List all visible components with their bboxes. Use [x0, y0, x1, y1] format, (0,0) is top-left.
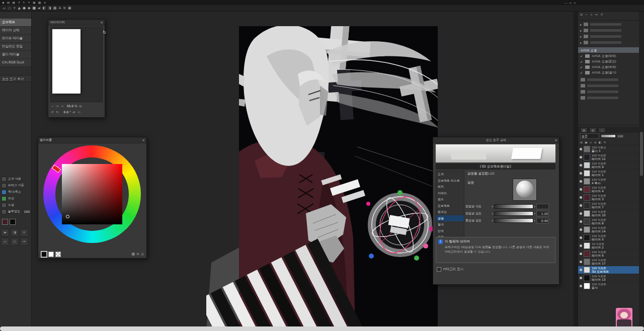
tool-property-row[interactable]: 조작 내용	[0, 176, 31, 182]
sub-tool-row[interactable]: ✓ 사이즈 조정(작게)	[578, 53, 639, 59]
app-logo-icon[interactable]: ◆	[2, 0, 5, 5]
save-icon[interactable]: ▦	[12, 0, 15, 5]
category-item[interactable]: 렌즈	[436, 196, 464, 203]
layer-property-tab-icon[interactable]: ▥	[589, 127, 597, 133]
visibility-eye-icon[interactable]	[580, 188, 582, 191]
transparent-swatch[interactable]	[55, 252, 61, 257]
layer-row[interactable]: 100 %표준 레이어 4	[578, 186, 639, 194]
color-set-icon[interactable]: ▩	[131, 252, 135, 256]
nav-flip-icon[interactable]: ↔	[595, 13, 598, 16]
category-item[interactable]: 광원	[436, 215, 464, 222]
shape-mini-icon[interactable]: ◇	[11, 238, 19, 245]
rotate-right-icon[interactable]: ↻	[55, 110, 59, 114]
category-item[interactable]: 알파	[436, 221, 464, 228]
eraser-tool-icon[interactable]: ▰	[38, 5, 40, 11]
category-item[interactable]: 오브젝트	[436, 203, 464, 209]
visibility-eye-icon[interactable]	[580, 148, 582, 150]
scrollbar-thumb[interactable]	[640, 132, 643, 176]
visibility-eye-icon[interactable]	[580, 269, 582, 271]
close-canvas-icon[interactable]: ×	[574, 1, 576, 5]
sub-tool-button[interactable]: 레이어 선택	[0, 27, 31, 35]
layer-row[interactable]: 100 %표준 레이어 13	[578, 274, 639, 282]
visibility-eye-icon[interactable]	[580, 277, 582, 279]
mask-layer-icon[interactable]: ◧	[599, 140, 602, 144]
eraser-mini-icon[interactable]: ▱	[1, 238, 9, 245]
merge-layer-icon[interactable]: ≡	[594, 140, 597, 144]
foreground-swatch[interactable]	[41, 252, 47, 257]
layer-thumbnail[interactable]	[584, 186, 590, 193]
layer-thumbnail[interactable]	[584, 210, 590, 217]
foreground-color-chip[interactable]	[2, 219, 8, 225]
dialog-close-icon[interactable]: ×	[554, 138, 557, 143]
layer-row[interactable]: 100 %표준 레이어 6	[578, 250, 639, 258]
layer-row[interactable]: 19 %표준 레이어 2	[578, 242, 639, 250]
zoom-in-icon[interactable]: +	[60, 104, 64, 108]
slider-decrease-icon[interactable]: ◂	[492, 212, 493, 215]
add-mini-icon[interactable]: +	[20, 229, 28, 236]
opacity-slider[interactable]	[601, 134, 616, 138]
nav-zoom-out-icon[interactable]: −	[585, 13, 588, 16]
visibility-eye-icon[interactable]	[580, 172, 582, 175]
eyedropper-icon[interactable]: ◎	[141, 252, 144, 256]
fill-tool-icon[interactable]: ◨	[48, 5, 51, 11]
move-tool-icon[interactable]: +	[13, 5, 16, 11]
gradient-tool-icon[interactable]: ▩	[53, 5, 57, 11]
dialog-titlebar[interactable]: 보조 도구 상세 ×	[433, 137, 559, 143]
lasso-tool-icon[interactable]: ○	[8, 5, 11, 11]
tool-group-row[interactable]	[578, 76, 639, 82]
layer-search-tab-icon[interactable]: ○	[598, 127, 606, 133]
layer-thumbnail[interactable]	[584, 146, 590, 152]
layer-thumbnail[interactable]	[584, 218, 590, 225]
3d-manipulator-gizmo[interactable]	[358, 186, 442, 264]
brush-mini-icon[interactable]: ◑	[11, 229, 19, 236]
navigator-preview[interactable]: ↻	[50, 27, 103, 102]
category-display-checkbox[interactable]	[437, 267, 441, 272]
layer-thumbnail[interactable]	[584, 226, 590, 233]
tool-group-row[interactable]: ▸	[578, 21, 639, 27]
slider-value[interactable]: 0.40	[536, 218, 549, 223]
category-item[interactable]: 단계	[436, 228, 464, 234]
sub-tool-button[interactable]: Cm,RGB Dust	[0, 59, 31, 67]
navigator-canvas-thumbnail[interactable]	[52, 29, 80, 94]
tool-property-row[interactable]: 스냅	[0, 202, 31, 208]
nav-reset-icon[interactable]: ↺	[600, 13, 603, 16]
sub-tool-row[interactable]: ✓ 사이즈 조정(중간)	[578, 59, 639, 64]
tool-group-row[interactable]	[578, 95, 639, 101]
color-slider-icon[interactable]: ≡	[136, 252, 139, 256]
zoom-slider-icon[interactable]: ▭	[55, 104, 59, 108]
right-scrollbar[interactable]	[639, 0, 644, 331]
tool-property-row[interactable]: 확대/축소	[0, 189, 31, 195]
slider-track[interactable]	[494, 204, 533, 209]
category-item[interactable]: 배치	[436, 184, 464, 190]
new-layer-icon[interactable]: ⊞	[580, 140, 583, 144]
sub-tool-row[interactable]: ✓ 사이즈 조정(접기)	[578, 70, 639, 75]
navigator-close-icon[interactable]: ×	[100, 20, 103, 25]
object-tool-icon[interactable]: ▣	[68, 5, 71, 11]
layer-thumbnail[interactable]	[584, 259, 590, 265]
tool-property-row[interactable]: 불투명도 100	[0, 208, 31, 215]
minimize-canvas-icon[interactable]: —	[565, 1, 568, 5]
transfer-layer-icon[interactable]: ↓	[590, 140, 592, 144]
slider-value[interactable]: 1.20	[536, 211, 549, 216]
visibility-eye-icon[interactable]	[580, 156, 582, 158]
balloon-tool-icon[interactable]: ≡	[63, 5, 66, 11]
slider-track[interactable]	[494, 211, 533, 216]
tool-property-row[interactable]: 회전	[0, 195, 31, 202]
layer-thumbnail[interactable]	[584, 275, 590, 281]
layer-row[interactable]: 100 %표준 레이어 14	[578, 226, 639, 234]
slider-increase-icon[interactable]: ▸	[534, 205, 536, 208]
layer-thumbnail[interactable]	[584, 194, 590, 201]
slider-track[interactable]	[494, 218, 533, 223]
background-swatch[interactable]	[48, 252, 54, 257]
nav-fit-icon[interactable]: ⊞	[580, 13, 583, 16]
visibility-eye-icon[interactable]	[580, 253, 582, 255]
sub-tool-button[interactable]: 컬러 테이블	[0, 51, 31, 59]
layer-row[interactable]: 100 %표준 레이어 3	[578, 194, 639, 202]
sub-tool-button[interactable]: 라이트 테이블	[0, 35, 31, 43]
slider-decrease-icon[interactable]: ◂	[492, 205, 493, 208]
tool-group-row[interactable]: ▸	[578, 27, 639, 33]
delete-layer-icon[interactable]: ✕	[603, 140, 606, 144]
slider-increase-icon[interactable]: ▸	[534, 219, 536, 222]
visibility-eye-icon[interactable]	[580, 236, 582, 239]
tool-property-row[interactable]: 드래그 이동	[0, 182, 31, 189]
